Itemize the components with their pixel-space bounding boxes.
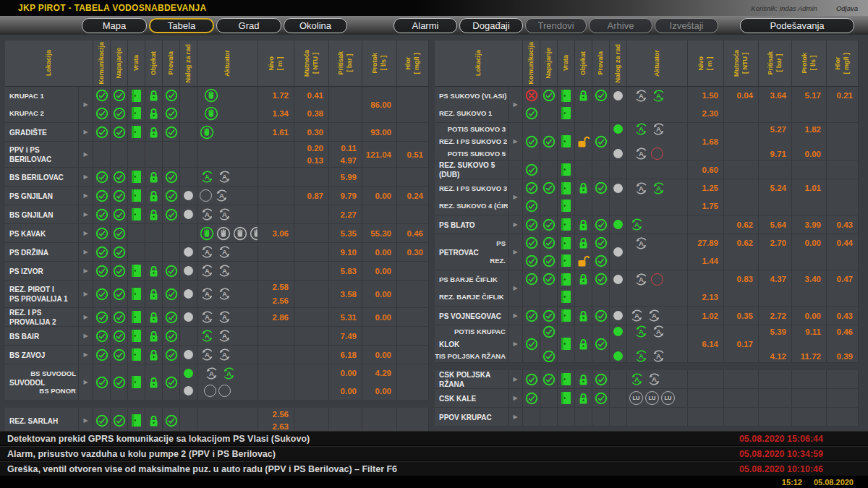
expand-arrow-icon[interactable]: ▶ — [513, 194, 517, 200]
value-cell-hlor — [397, 262, 429, 280]
location-label: REZ. SARLAH — [9, 416, 58, 425]
status-cell-obj — [575, 123, 592, 160]
expand-arrow-icon[interactable]: ▶ — [83, 174, 88, 180]
expand-arrow-icon[interactable]: ▶ — [83, 417, 88, 424]
door-icon — [131, 414, 142, 427]
value-cell-hlor: 0.21 — [827, 87, 859, 122]
door-icon — [561, 163, 571, 176]
expand-arrow-icon[interactable]: ▶ — [513, 138, 517, 145]
alarm-row[interactable]: Greška, ventil otvoren vise od maksimaln… — [0, 461, 868, 476]
expand-arrow-icon[interactable]: ▶ — [83, 291, 88, 297]
water-table-left: LokacijaKomunikacijaNapajanjeVrataObjeka… — [5, 40, 429, 434]
value-cell-nivo — [258, 364, 294, 400]
status-cell-com — [93, 364, 111, 400]
status-cell-nalog — [610, 389, 627, 407]
expand-arrow-icon[interactable]: ▶ — [513, 221, 517, 228]
location-label: CSK KALE — [439, 393, 476, 403]
location-cell: BS BAIR — [5, 327, 79, 345]
expand-arrow-icon[interactable]: ▶ — [513, 376, 517, 382]
expand-arrow-icon[interactable]: ▶ — [83, 151, 88, 158]
location-label: POTIS SUKOVO 5 — [448, 150, 506, 158]
location-cell: REZ. I PS SUKOVO 3REZ. SUKOVO 4 (ĆIRINCI… — [435, 179, 509, 215]
expand-arrow-icon[interactable]: ▶ — [83, 249, 88, 255]
location-cell: PS BLATO — [435, 215, 509, 234]
location-label: PS — [496, 239, 506, 247]
status-cell-door — [128, 142, 145, 167]
auto-mode-icon-gray: A — [647, 372, 662, 387]
table-row: REZ. SARLAH▶2.562.63 — [5, 408, 429, 434]
value-cell-prit: 2.27 — [329, 205, 362, 223]
tab-doga-aji[interactable]: Događaji — [459, 18, 523, 33]
value-protok: 0.00 — [792, 239, 826, 247]
expand-arrow-icon[interactable]: ▶ — [513, 341, 517, 347]
status-cell-com — [93, 327, 111, 345]
svg-text:A: A — [222, 332, 227, 340]
auto-mode-icon-green: A — [221, 366, 237, 381]
auto-mode-icon-gray: A — [200, 244, 215, 260]
tab-izve-taji[interactable]: Izveštaji — [655, 18, 718, 33]
expand-arrow-icon[interactable]: ▶ — [83, 101, 88, 108]
tab-mapa[interactable]: Mapa — [82, 18, 147, 33]
actuator-cell: AA — [627, 370, 688, 388]
expand-arrow-icon[interactable]: ▶ — [513, 101, 517, 108]
tab-tabela[interactable]: Tabela — [149, 18, 214, 33]
location-label: PPV i PS BERILOVAC — [9, 145, 78, 164]
expand-arrow-icon[interactable]: ▶ — [513, 312, 517, 319]
expand-arrow-icon[interactable]: ▶ — [83, 211, 88, 218]
value-cell-protok: 86.00 — [362, 87, 397, 122]
status-cell-obj — [145, 224, 163, 242]
tab-pode-avanja[interactable]: Podešavanja — [740, 18, 854, 33]
svg-text:A: A — [639, 328, 644, 335]
ok-icon — [95, 265, 109, 278]
status-cell-obj — [575, 408, 592, 426]
expand-arrow-icon[interactable]: ▶ — [83, 351, 88, 358]
value-cell-protok — [362, 408, 397, 433]
alarm-row[interactable]: Alarm, prisustvo vazduha u kolu pumpe 2 … — [0, 446, 868, 461]
value-nivo: 2.56 — [258, 296, 294, 305]
tab-arhive[interactable]: Arhive — [589, 18, 652, 33]
value-cell-nivo — [688, 215, 724, 234]
tab-alarmi[interactable]: Alarmi — [393, 18, 457, 33]
expand-arrow-icon[interactable]: ▶ — [83, 267, 88, 274]
door-icon — [561, 89, 571, 103]
actuator-cell: A — [627, 215, 688, 234]
door-icon — [561, 254, 571, 267]
value-nivo: 2.13 — [688, 293, 723, 301]
expand-arrow-icon[interactable]: ▶ — [83, 230, 88, 236]
ok-icon — [525, 392, 538, 405]
value-nivo: 1.61 — [258, 128, 294, 137]
expand-arrow-icon[interactable]: ▶ — [83, 192, 88, 199]
value-nivo: 1.02 — [688, 312, 723, 320]
tab-grad[interactable]: Grad — [216, 18, 281, 33]
expand-arrow-icon[interactable]: ▶ — [83, 314, 88, 320]
value-prit: 6.18 — [329, 351, 362, 359]
manual-mode-icon-gray — [233, 226, 247, 241]
value-prit: 2.72 — [759, 312, 791, 320]
ok-icon — [113, 348, 126, 361]
tab-okolina[interactable]: Okolina — [284, 18, 347, 33]
value-cell-prit: 9.10 — [329, 243, 362, 261]
table-row: PPOV KRUPAC▶ — [435, 408, 859, 427]
expand-arrow-icon[interactable]: ▶ — [513, 285, 517, 291]
status-cell-door — [128, 281, 145, 307]
expand-arrow-icon[interactable]: ▶ — [83, 333, 88, 339]
location-label: PS IZVOR — [9, 266, 43, 275]
expand-arrow-icon[interactable]: ▶ — [513, 249, 517, 255]
logout-button[interactable]: Odjava — [836, 4, 858, 12]
status-cell-nap — [540, 325, 558, 362]
tab-trendovi[interactable]: Trendovi — [525, 18, 587, 33]
ok-icon — [542, 218, 556, 231]
status-cell-prov — [163, 224, 180, 242]
alarm-row[interactable]: Detektovan prekid GPRS komunikacije sa l… — [0, 431, 868, 446]
expand-arrow-icon[interactable]: ▶ — [83, 379, 88, 385]
location-label: REZ. I PS PROVALIJA 2 — [9, 308, 78, 326]
expand-arrow-icon[interactable]: ▶ — [513, 395, 517, 401]
scada-page: JKP PIROT - TABELA VODOSNABDEVANJA Koris… — [0, 0, 868, 488]
status-cell-nap — [540, 179, 558, 215]
auto-mode-icon-gray: A — [634, 272, 649, 287]
status-cell-door — [558, 325, 575, 362]
value-cell-hlor — [827, 179, 859, 215]
expand-arrow-icon[interactable]: ▶ — [513, 414, 517, 420]
expand-arrow-icon[interactable]: ▶ — [83, 129, 88, 135]
svg-text:A: A — [205, 313, 210, 321]
